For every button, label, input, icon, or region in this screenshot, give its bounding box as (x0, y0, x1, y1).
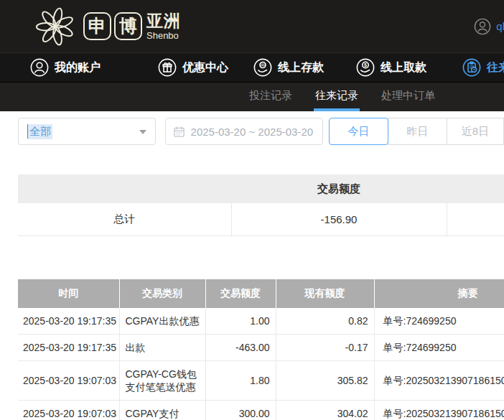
cell-type: CGPAY支付 (119, 400, 205, 420)
clipboard-clock-icon (462, 58, 481, 77)
user-avatar-icon (474, 18, 491, 35)
flower-logo-icon (34, 6, 76, 47)
summary-empty-cell (447, 203, 504, 235)
summary-header-row: 交易额度 (18, 174, 504, 203)
tab-processing-orders[interactable]: 处理中订单 (380, 83, 437, 111)
table-row: 2025-03-20 19:17:35 出款 -463.00 -0.17 单号:… (18, 334, 504, 360)
brand-header: 申 博 亚洲 Shenbo qb (0, 0, 504, 52)
gift-icon (158, 58, 177, 77)
summary-total-row: 总计 -156.90 (18, 203, 504, 235)
nav-label: 线上存款 (278, 60, 324, 75)
nav-item-my-account[interactable]: 我的账户 (30, 58, 101, 77)
dropdown-arrow-icon (139, 130, 146, 134)
svg-text:$: $ (364, 62, 367, 68)
nav-item-online-withdrawal[interactable]: $ 线上取款 (356, 58, 426, 77)
cell-type: CGPAY出款优惠 (119, 308, 205, 335)
header-type: 交易类别 (119, 279, 205, 308)
nav-label: 往来记录 (487, 60, 504, 75)
nav-label: 我的账户 (55, 60, 101, 75)
cell-type: 出款 (119, 334, 205, 360)
cell-memo: 单号:202503213907186150 (374, 400, 504, 420)
date-range-value: 2025-03-20 ~ 2025-03-20 (191, 126, 314, 138)
cell-time: 2025-03-20 19:17:35 (18, 334, 119, 360)
cell-amount: 1.00 (205, 308, 276, 335)
cell-balance: 304.02 (276, 400, 374, 420)
category-select-value: 全部 (28, 124, 52, 139)
deposit-hand-coin-icon (253, 58, 272, 77)
cell-amount: -463.00 (205, 334, 276, 360)
cell-balance: 305.82 (276, 360, 374, 400)
calendar-icon (173, 126, 185, 138)
record-tab-bar: 投注记录 往来记录 处理中订单 (0, 83, 504, 111)
yesterday-button[interactable]: 昨日 (388, 118, 447, 145)
summary-header-empty (18, 174, 231, 203)
header-balance: 现有额度 (276, 279, 374, 308)
table-row: 2025-03-20 19:07:03 CGPAY支付 300.00 304.0… (18, 400, 504, 420)
table-header-row: 时间 交易类别 交易额度 现有额度 摘要 (18, 279, 504, 308)
nav-item-transaction-records[interactable]: 往来记录 (462, 58, 504, 77)
nav-item-online-deposit[interactable]: 线上存款 (253, 58, 324, 77)
cell-time: 2025-03-20 19:07:03 (18, 400, 119, 420)
category-select[interactable]: 全部 (18, 118, 156, 145)
cell-type: CGPAY-CG钱包支付笔笔送优惠 (119, 360, 205, 400)
cell-balance: 0.82 (276, 308, 374, 335)
tab-transaction-records[interactable]: 往来记录 (314, 83, 360, 111)
table-row: 2025-03-20 19:07:03 CGPAY-CG钱包支付笔笔送优惠 1.… (18, 360, 504, 400)
cell-memo: 单号:724699250 (374, 308, 504, 335)
summary-header-empty (447, 174, 504, 203)
header-time: 时间 (18, 279, 119, 308)
cell-amount: 300.00 (205, 400, 276, 420)
summary-total-value: -156.90 (231, 203, 447, 235)
nav-label: 优惠中心 (182, 60, 228, 75)
brand-logo[interactable]: 申 博 亚洲 Shenbo (0, 6, 181, 47)
summary-table: 交易额度 总计 -156.90 (18, 174, 504, 236)
main-navigation: 我的账户 优惠中心 线上存款 (0, 52, 504, 83)
nav-label: 线上取款 (381, 60, 426, 75)
last-8-days-button[interactable]: 近8日 (447, 118, 504, 145)
header-amount: 交易额度 (205, 279, 276, 308)
date-range-input[interactable]: 2025-03-20 ~ 2025-03-20 (165, 118, 323, 145)
brand-subtitle: Shenbo (146, 31, 181, 40)
header-memo: 摘要 (374, 279, 504, 308)
cell-memo: 单号:202503213907186150 (374, 360, 504, 400)
summary-total-label: 总计 (18, 203, 231, 235)
cell-amount: 1.80 (205, 360, 276, 400)
quick-range-buttons: 今日 昨日 近8日 (329, 118, 504, 145)
username-text[interactable]: qb (496, 20, 504, 32)
brand-region-label: 亚洲 (146, 13, 181, 29)
brand-char-shen: 申 (83, 12, 111, 40)
user-icon (30, 58, 49, 77)
content-area: 全部 2025-03-20 ~ 2025-03-20 今日 昨日 近8日 交 (0, 111, 504, 420)
summary-header-amount: 交易额度 (231, 174, 447, 203)
nav-item-promotions[interactable]: 优惠中心 (158, 58, 228, 77)
user-account-area[interactable]: qb (474, 18, 504, 35)
tab-betting-records[interactable]: 投注记录 (248, 83, 294, 111)
today-button[interactable]: 今日 (329, 118, 388, 145)
brand-char-bo: 博 (114, 12, 142, 40)
withdraw-hand-dollar-icon: $ (356, 58, 375, 77)
cell-time: 2025-03-20 19:17:35 (18, 308, 119, 335)
cell-time: 2025-03-20 19:07:03 (18, 360, 119, 400)
cell-balance: -0.17 (276, 334, 374, 360)
transactions-table: 时间 交易类别 交易额度 现有额度 摘要 2025-03-20 19:17:35… (18, 279, 504, 420)
filter-row: 全部 2025-03-20 ~ 2025-03-20 今日 昨日 近8日 (0, 111, 504, 145)
table-row: 2025-03-20 19:17:35 CGPAY出款优惠 1.00 0.82 … (18, 308, 504, 335)
cell-memo: 单号:724699250 (374, 334, 504, 360)
